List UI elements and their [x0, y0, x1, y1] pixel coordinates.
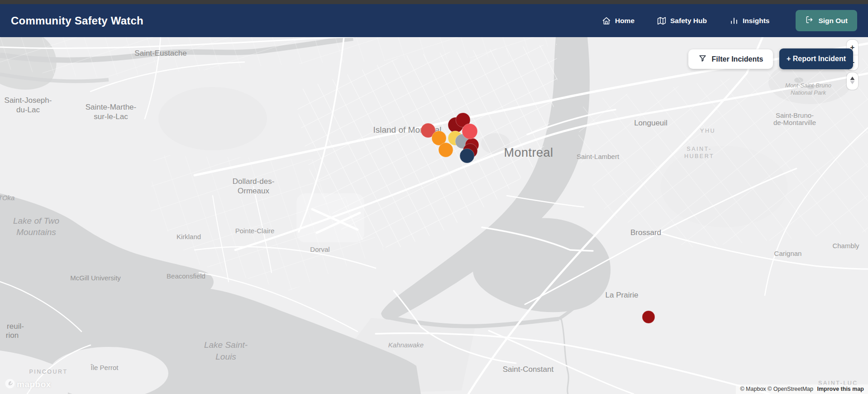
map-render: Saint-EustacheSaint-Joseph-du-LacSainte-… [0, 37, 868, 394]
sign-out-button[interactable]: Sign Out [796, 10, 857, 31]
incident-marker[interactable] [460, 149, 474, 163]
compass-icon [849, 76, 856, 87]
map-label: YHU [700, 128, 715, 134]
incident-marker[interactable] [439, 143, 453, 157]
map-label: Kirkland [176, 233, 201, 240]
map-label: Dollard-des- [233, 177, 275, 186]
map-label: Carignan [774, 250, 802, 257]
map-label: Kahnawake [388, 341, 424, 349]
map-icon [657, 16, 666, 25]
filter-incidents-button[interactable]: Filter Incidents [688, 49, 773, 69]
map-label: Lake of Two [13, 216, 59, 226]
map-label: Louis [215, 352, 236, 361]
map-label: Brossard [630, 228, 661, 237]
map-label: Saint-Eustache [134, 49, 186, 58]
improve-map-link[interactable]: Improve this map [817, 386, 864, 392]
map-canvas[interactable]: Saint-EustacheSaint-Joseph-du-LacSainte-… [0, 37, 868, 394]
mapbox-logo-text: mapbox [17, 380, 51, 389]
nav-item-label: Insights [743, 17, 769, 25]
map-label: de-Montarville [773, 119, 816, 126]
mapbox-attribution-link[interactable]: © Mapbox [740, 386, 766, 392]
main-nav: Home Safety Hub Insights [602, 10, 857, 31]
window-top-strip [0, 0, 868, 4]
filter-icon [698, 54, 707, 64]
map-label: sur-le-Lac [94, 112, 128, 121]
nav-item-label: Home [615, 17, 634, 25]
filter-incidents-label: Filter Incidents [712, 55, 763, 63]
mapbox-logo-icon [5, 378, 15, 391]
map-label: Saint-Constant [503, 365, 554, 374]
map-label: PINCOURT [29, 369, 67, 375]
map-label: SAINT- [687, 146, 711, 152]
map-label: HUBERT [684, 153, 714, 159]
map-label: McGill University [70, 274, 121, 282]
map-label: Saint-Bruno- [776, 111, 814, 119]
nav-item-safety-hub[interactable]: Safety Hub [657, 16, 707, 25]
app-header: Community Safety Watch Home Safety Hub [0, 4, 868, 37]
mapbox-logo[interactable]: mapbox [5, 378, 51, 391]
map-label: Mountains [16, 227, 56, 237]
map-label: Sainte-Marthe- [86, 103, 136, 111]
map-label: Île Perrot [91, 364, 119, 371]
map-label: National Park [791, 89, 827, 96]
nav-item-insights[interactable]: Insights [730, 16, 769, 25]
map-label: Mont-Saint-Bruno [785, 82, 831, 89]
map-label: nal d'Oka [0, 194, 14, 202]
report-incident-label: + Report Incident [787, 55, 846, 63]
home-icon [602, 16, 611, 25]
map-label: Dorval [310, 245, 329, 253]
incident-marker[interactable] [462, 124, 477, 139]
report-incident-button[interactable]: + Report Incident [779, 48, 853, 69]
nav-item-home[interactable]: Home [602, 16, 634, 25]
map-label: Ormeaux [238, 187, 269, 195]
map-label: du-Lac [16, 106, 40, 114]
map-label: Beaconsfield [167, 272, 205, 280]
osm-attribution-link[interactable]: © OpenStreetMap [768, 386, 813, 392]
bar-chart-icon [730, 16, 739, 25]
map-label: Chambly [832, 242, 859, 250]
map-label: Saint-Joseph- [5, 96, 52, 105]
app-screen: Community Safety Watch Home Safety Hub [0, 0, 868, 394]
map-label: rion [6, 331, 19, 340]
map-label: Saint-Lambert [577, 153, 620, 160]
app-title: Community Safety Watch [11, 14, 143, 27]
map-label: Lake Saint- [204, 340, 248, 350]
incident-marker[interactable] [642, 311, 655, 323]
map-label: Pointe-Claire [235, 227, 275, 235]
map-label: reuil- [7, 322, 24, 331]
map-label: Longueuil [634, 119, 668, 127]
map-attribution: © Mapbox © OpenStreetMap Improve this ma… [736, 384, 868, 394]
sign-out-label: Sign Out [818, 17, 848, 25]
compass-button[interactable] [847, 72, 858, 90]
map-label: Montreal [504, 146, 553, 159]
sign-out-icon [805, 15, 814, 26]
map-label: La Prairie [606, 291, 639, 299]
nav-item-label: Safety Hub [670, 17, 707, 25]
